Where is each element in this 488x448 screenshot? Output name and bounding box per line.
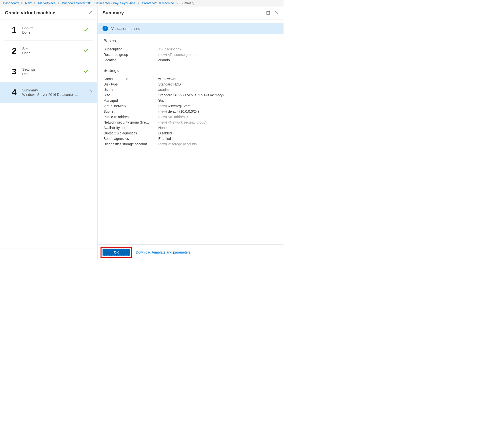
maximize-icon[interactable] — [266, 11, 270, 15]
validation-banner: i Validation passed — [98, 23, 284, 34]
wizard-step-settings[interactable]: 3 Settings Done — [4, 61, 93, 82]
summary-row: Resource group(new) <Resource group> — [103, 52, 278, 57]
summary-value: orlando — [158, 57, 170, 63]
breadcrumb-item[interactable]: Create virtual machine — [142, 1, 174, 5]
summary-footer: OK Download template and parameters — [98, 244, 284, 260]
wizard-step-basics[interactable]: 1 Basics Done — [4, 20, 93, 41]
summary-value: Yes — [158, 98, 164, 103]
summary-label: Diagnostics storage account — [103, 141, 158, 147]
download-template-link[interactable]: Download template and parameters — [136, 250, 191, 254]
breadcrumb-current: Summary — [181, 1, 194, 5]
summary-row: Subscription<Subscription> — [103, 46, 278, 52]
summary-label: Location — [103, 57, 158, 63]
info-icon: i — [102, 26, 108, 31]
breadcrumb-sep: > — [21, 1, 23, 5]
summary-row: Computer namewindowsvm — [103, 76, 278, 82]
step-subtitle: Done — [22, 30, 83, 34]
close-icon[interactable] — [275, 11, 279, 15]
summary-label: Username — [103, 87, 158, 92]
summary-value: (new) <Storage account> — [158, 141, 197, 147]
summary-value: <Subscription> — [158, 46, 181, 52]
summary-value: Standard D1 v2 (1 vcpus, 3.5 GB memory) — [158, 92, 224, 98]
summary-row: Disk typeStandard HDD — [103, 82, 278, 87]
breadcrumb-item[interactable]: Dashboard — [3, 1, 19, 5]
summary-label: Resource group — [103, 52, 158, 57]
step-subtitle: Done — [22, 72, 83, 76]
wizard-step-summary[interactable]: 4 Summary Windows Server 2016 Datacenter… — [0, 82, 97, 103]
breadcrumb-sep: > — [34, 1, 36, 5]
summary-row: Diagnostics storage account(new) <Storag… — [103, 141, 278, 147]
summary-row: Usernameasadmin — [103, 87, 278, 92]
wizard-steps: 1 Basics Done 2 Size Done — [0, 20, 97, 103]
section-settings: Settings Computer namewindowsvmDisk type… — [98, 64, 284, 148]
summary-label: Size — [103, 92, 158, 98]
summary-label: Availability set — [103, 125, 158, 130]
summary-label: Subscription — [103, 46, 158, 52]
step-title: Summary — [22, 88, 89, 92]
step-subtitle: Windows Server 2016 Datacenter ... — [22, 93, 81, 97]
breadcrumb-sep: > — [58, 1, 60, 5]
breadcrumb-item[interactable]: New — [25, 1, 32, 5]
summary-value: Standard HDD — [158, 82, 181, 87]
validation-text: Validation passed — [111, 26, 140, 31]
summary-row: ManagedYes — [103, 98, 278, 103]
breadcrumb-sep: > — [138, 1, 140, 5]
wizard-step-size[interactable]: 2 Size Done — [4, 41, 93, 61]
step-number: 3 — [12, 67, 22, 76]
step-number: 1 — [12, 25, 22, 35]
summary-label: Public IP address — [103, 114, 158, 120]
summary-label: Virtual network — [103, 103, 158, 109]
wizard-footer — [0, 249, 97, 260]
summary-value: Enabled — [158, 136, 171, 141]
ok-button[interactable]: OK — [102, 249, 130, 256]
summary-value: (new) <IP address> — [158, 114, 188, 120]
ok-button-highlight: OK — [101, 247, 132, 258]
summary-value: (new) winvmrg1-vnet — [158, 103, 190, 109]
summary-value: (new) <Network security group> — [158, 120, 207, 125]
checkmark-icon — [83, 27, 89, 33]
step-title: Settings — [22, 67, 83, 71]
summary-row: Subnet(new) default (10.0.0.0/24) — [103, 109, 278, 114]
breadcrumb-item[interactable]: Marketplace — [38, 1, 56, 5]
summary-row: Virtual network(new) winvmrg1-vnet — [103, 103, 278, 109]
summary-label: Boot diagnostics — [103, 136, 158, 141]
summary-value: windowsvm — [158, 76, 176, 82]
breadcrumb-item[interactable]: Windows Server 2016 Datacenter - Pay-as-… — [62, 1, 135, 5]
summary-row: Guest OS diagnosticsDisabled — [103, 130, 278, 136]
checkmark-icon — [83, 48, 89, 54]
checkmark-icon — [83, 68, 89, 75]
summary-value: (new) default (10.0.0.0/24) — [158, 109, 199, 114]
step-title: Size — [22, 46, 83, 51]
summary-label: Disk type — [103, 82, 158, 87]
summary-value: None — [158, 125, 166, 130]
summary-value: (new) <Resource group> — [158, 52, 197, 57]
summary-label: Network security group (fire… — [103, 120, 158, 125]
svg-rect-0 — [267, 11, 270, 14]
summary-row: Network security group (fire…(new) <Netw… — [103, 120, 278, 125]
summary-label: Guest OS diagnostics — [103, 130, 158, 136]
breadcrumb-sep: > — [176, 1, 178, 5]
summary-row: Public IP address(new) <IP address> — [103, 114, 278, 120]
wizard-pane: Create virtual machine 1 Basics Done — [0, 6, 98, 260]
section-title: Basics — [103, 39, 278, 43]
summary-row: SizeStandard D1 v2 (1 vcpus, 3.5 GB memo… — [103, 92, 278, 98]
step-number: 2 — [12, 46, 22, 56]
summary-title: Summary — [102, 10, 266, 16]
summary-label: Subnet — [103, 109, 158, 114]
section-basics: Basics Subscription<Subscription>Resourc… — [98, 34, 284, 64]
step-title: Basics — [22, 26, 83, 30]
summary-value: asadmin — [158, 87, 171, 92]
summary-label: Computer name — [103, 76, 158, 82]
summary-label: Managed — [103, 98, 158, 103]
close-icon[interactable] — [88, 11, 92, 15]
chevron-right-icon — [89, 90, 93, 95]
section-title: Settings — [103, 68, 278, 73]
summary-pane: Summary i Validation passed Basics Subsc… — [98, 6, 284, 260]
summary-row: Boot diagnosticsEnabled — [103, 136, 278, 141]
breadcrumb: Dashboard > New > Marketplace > Windows … — [0, 0, 284, 6]
step-subtitle: Done — [22, 51, 83, 55]
wizard-title: Create virtual machine — [5, 10, 88, 16]
summary-row: Availability setNone — [103, 125, 278, 130]
summary-row: Locationorlando — [103, 57, 278, 63]
step-number: 4 — [12, 87, 22, 97]
